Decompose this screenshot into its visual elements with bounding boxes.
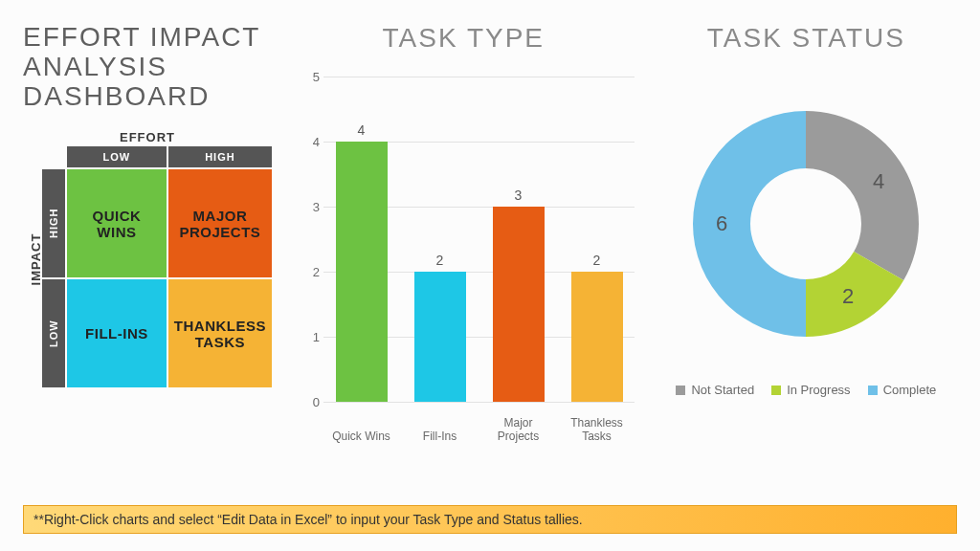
- x-category-label: Quick Wins: [328, 430, 395, 444]
- bar-major-projects: 3: [493, 207, 545, 402]
- legend-label: Not Started: [691, 383, 754, 397]
- matrix-cell-major-projects: MAJOR PROJECTS: [168, 169, 272, 277]
- footer-note-banner: **Right-Click charts and select “Edit Da…: [23, 505, 957, 534]
- effort-axis-label: EFFORT: [23, 130, 272, 144]
- legend-label: Complete: [883, 383, 937, 397]
- matrix-col-low: LOW: [67, 146, 167, 167]
- matrix-col-high: HIGH: [168, 146, 272, 167]
- matrix-row-low: LOW: [42, 279, 65, 387]
- effort-impact-matrix: EFFORT IMPACT LOW HIGH HIGH QUICK WINS M…: [23, 130, 272, 387]
- legend-item-complete: Complete: [868, 383, 937, 397]
- legend-item-not-started: Not Started: [676, 383, 754, 397]
- impact-axis-label: IMPACT: [29, 232, 43, 285]
- task-status-title: TASK STATUS: [656, 23, 957, 54]
- bar-thankless-tasks: 2: [571, 272, 623, 402]
- legend-swatch: [676, 386, 685, 395]
- legend-swatch: [771, 386, 781, 395]
- y-tick: 0: [302, 395, 320, 409]
- y-tick: 2: [302, 265, 320, 279]
- matrix-cell-quick-wins: QUICK WINS: [67, 169, 167, 277]
- matrix-row-high: HIGH: [42, 169, 65, 277]
- legend-item-in-progress: In Progress: [771, 383, 850, 397]
- bar-value-label: 2: [414, 253, 466, 268]
- page-title: EFFORT IMPACT ANALYSIS DASHBOARD: [23, 23, 272, 111]
- task-status-donut-chart[interactable]: 426: [672, 90, 940, 358]
- matrix-cell-thankless-tasks: THANKLESS TASKS: [168, 279, 272, 387]
- y-tick: 1: [302, 330, 320, 344]
- bar-value-label: 4: [336, 122, 388, 138]
- bar-quick-wins: 4: [336, 142, 388, 402]
- donut-value-label: 4: [873, 169, 884, 193]
- task-type-bar-chart[interactable]: 0123454232Quick WinsFill-InsMajor Projec…: [289, 73, 638, 455]
- bar-value-label: 3: [493, 187, 545, 203]
- y-tick: 4: [302, 135, 320, 149]
- donut-value-label: 6: [716, 211, 727, 235]
- x-category-label: Major Projects: [485, 417, 552, 444]
- legend-swatch: [868, 386, 878, 395]
- task-type-title: TASK TYPE: [289, 23, 638, 54]
- bar-fill-ins: 2: [414, 272, 466, 402]
- matrix-cell-fill-ins: FILL-INS: [67, 279, 167, 387]
- x-category-label: Thankless Tasks: [564, 417, 631, 444]
- legend-label: In Progress: [787, 383, 850, 397]
- donut-slice-complete: [693, 111, 806, 337]
- bar-value-label: 2: [571, 253, 623, 268]
- donut-slice-not-started: [806, 111, 919, 280]
- x-category-label: Fill-Ins: [407, 430, 474, 444]
- y-tick: 3: [302, 200, 320, 214]
- y-tick: 5: [302, 70, 320, 84]
- task-status-legend: Not StartedIn ProgressComplete: [676, 383, 936, 397]
- donut-value-label: 2: [842, 284, 854, 308]
